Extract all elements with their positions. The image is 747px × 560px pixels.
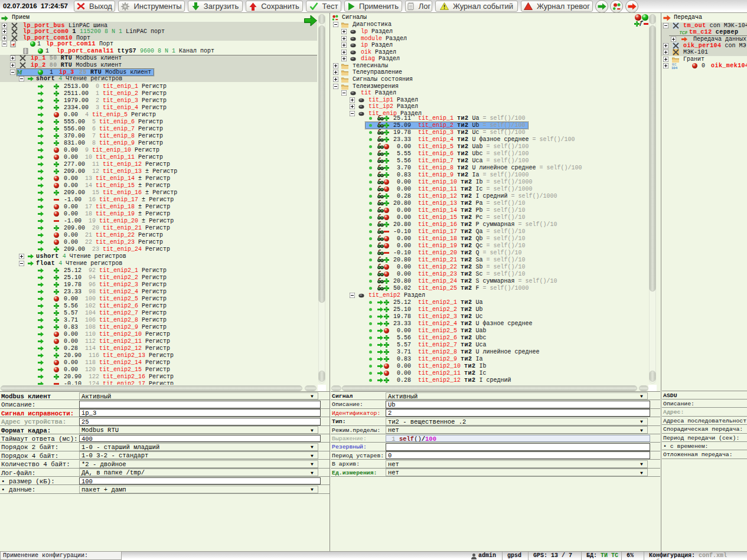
svg-text:M: M (17, 69, 23, 75)
svg-text:TCP: TCP (680, 30, 687, 35)
svg-text:104: 104 (671, 66, 678, 70)
